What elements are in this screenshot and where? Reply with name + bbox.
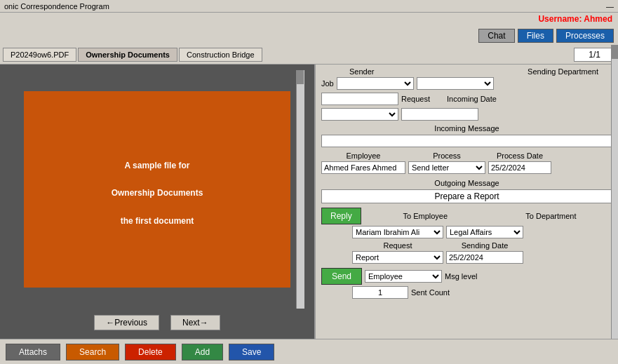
username-label: Username: Ahmed: [538, 14, 612, 24]
form-panel: Sender Sending Department Job Request In…: [316, 65, 618, 339]
doc-nav-buttons: ←Previous Next→: [91, 312, 222, 333]
files-button[interactable]: Files: [518, 29, 553, 43]
right-scrollbar[interactable]: [611, 45, 618, 339]
sent-count-input[interactable]: [352, 286, 408, 299]
doc-scrollbar[interactable]: [296, 70, 304, 309]
doc-inner: A sample file for Ownership Documents th…: [10, 70, 304, 309]
to-department-select[interactable]: Legal Affairs: [446, 226, 523, 238]
process-select[interactable]: Send letter: [408, 161, 485, 174]
request2-label: Request: [352, 241, 443, 250]
employee-col-label: Employee: [321, 151, 405, 160]
sending-date-input: [446, 251, 523, 264]
incoming-date-input[interactable]: [401, 108, 478, 121]
doc-viewer: A sample file for Ownership Documents th…: [0, 65, 316, 339]
search-button[interactable]: Search: [66, 344, 119, 360]
right-scrollbar-thumb: [612, 45, 618, 59]
add-button[interactable]: Add: [182, 344, 223, 360]
process-col-label: Process: [408, 151, 485, 160]
sending-dept-select[interactable]: [417, 77, 494, 90]
outgoing-message-box: Prepare a Report: [321, 189, 612, 203]
request-select[interactable]: [321, 108, 398, 121]
title-bar-text: onic Correspondence Program: [4, 2, 109, 11]
send-button[interactable]: Send: [321, 268, 362, 285]
sender-label: Sender: [349, 67, 374, 76]
scrollbar-thumb: [297, 70, 304, 84]
tab-ownership[interactable]: Ownership Documents: [78, 48, 177, 62]
attachs-button[interactable]: Attachs: [6, 344, 60, 360]
main-content: A sample file for Ownership Documents th…: [0, 65, 618, 339]
bottom-bar: Attachs Search Delete Add Save: [0, 339, 618, 364]
processes-button[interactable]: Processes: [556, 29, 614, 43]
delete-button[interactable]: Delete: [125, 344, 176, 360]
to-department-label: To Department: [490, 212, 612, 220]
sent-count-label: Sent Count: [411, 288, 450, 297]
reply-button[interactable]: Reply: [321, 208, 361, 224]
sending-date-label: Sending Date: [446, 241, 523, 250]
sending-dept-label: Sending Department: [528, 67, 598, 76]
outgoing-message-label: Outgoing Message: [434, 179, 499, 187]
doc-text: A sample file for Ownership Documents th…: [105, 141, 210, 238]
request-label: Request: [401, 95, 430, 103]
close-icon[interactable]: —: [606, 2, 614, 11]
job-label: Job: [321, 79, 334, 88]
employee2-select[interactable]: Employee: [365, 270, 442, 283]
to-employee-label: To Employee: [364, 212, 487, 220]
page-indicator: 1/1: [574, 48, 615, 62]
save-button[interactable]: Save: [229, 344, 274, 360]
doc-orange-bg: A sample file for Ownership Documents th…: [24, 91, 290, 288]
to-employee-select[interactable]: Mariam Ibrahim Ali: [352, 226, 443, 238]
next-button[interactable]: Next→: [170, 315, 220, 330]
nav-buttons: Chat Files Processes: [0, 27, 618, 45]
request-input[interactable]: [321, 93, 398, 105]
employee-value-input: [321, 161, 405, 174]
process-date-col-label: Process Date: [488, 151, 551, 160]
incoming-date-label: Incoming Date: [447, 95, 497, 103]
tab-construction[interactable]: Construction Bridge: [179, 48, 262, 62]
request2-select[interactable]: Report: [352, 251, 443, 264]
username-bar: Username: Ahmed: [0, 13, 618, 27]
chat-button[interactable]: Chat: [478, 29, 514, 43]
incoming-message-label: Incoming Message: [434, 124, 499, 133]
prev-button[interactable]: ←Previous: [94, 315, 159, 330]
msg-level-label: Msg level: [445, 272, 477, 281]
incoming-message-input[interactable]: [321, 135, 612, 147]
title-bar: onic Correspondence Program —: [0, 0, 618, 13]
process-date-input: [488, 161, 551, 174]
sender-select[interactable]: [337, 77, 414, 90]
tab-bar: P20249ow6.PDF Ownership Documents Constr…: [0, 45, 618, 65]
tab-pdf[interactable]: P20249ow6.PDF: [3, 48, 76, 62]
